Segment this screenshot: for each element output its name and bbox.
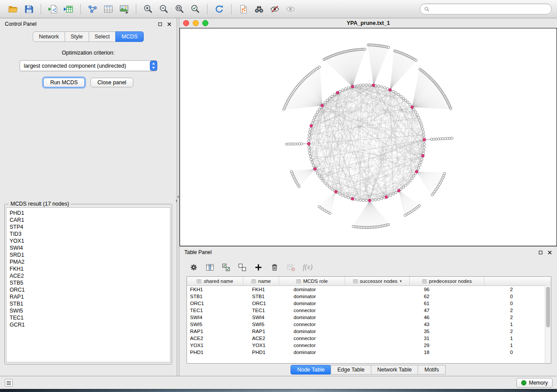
table-cell: 35 xyxy=(362,329,436,334)
panel-splitter[interactable] xyxy=(176,18,180,376)
table-row[interactable]: FKH1FKH1dominator962 xyxy=(187,286,551,293)
zoom-selected-button[interactable] xyxy=(187,2,203,17)
import-network-button[interactable] xyxy=(45,2,61,17)
table-scrollbar[interactable] xyxy=(545,285,551,363)
attribute-icon xyxy=(251,279,256,284)
import-network-icon xyxy=(48,4,58,14)
column-header-label: successor nodes xyxy=(360,279,398,284)
new-table-button[interactable] xyxy=(100,2,116,17)
mcds-result-item[interactable]: SRD1 xyxy=(10,251,167,258)
search-input[interactable] xyxy=(432,6,547,13)
new-network-button[interactable] xyxy=(85,2,100,17)
export-image-button[interactable] xyxy=(116,2,132,17)
network-canvas[interactable] xyxy=(180,28,557,246)
table-tab-motifs[interactable]: Motifs xyxy=(418,365,445,375)
unselect-all-rows-button[interactable] xyxy=(235,261,249,274)
control-panel: Control Panel NetworkStyleSelectMCDS Opt… xyxy=(0,18,176,376)
delete-table-button[interactable] xyxy=(284,261,297,274)
column-header-label: MCDS role xyxy=(303,279,328,284)
network-view-window: YPA_prune.txt_1 xyxy=(180,18,557,246)
task-history-icon[interactable] xyxy=(4,378,13,387)
control-tab-select[interactable]: Select xyxy=(89,31,116,42)
table-tab-edge-table[interactable]: Edge Table xyxy=(331,365,371,375)
mcds-result-item[interactable]: TID3 xyxy=(10,230,167,237)
table-row[interactable]: ACE2ACE2connector311 xyxy=(187,335,551,342)
window-close-button[interactable] xyxy=(183,20,189,26)
column-header-MCDS-role[interactable]: MCDS role xyxy=(279,277,345,285)
control-tab-network[interactable]: Network xyxy=(33,31,65,42)
clone-network-button[interactable] xyxy=(235,2,251,17)
window-zoom-button[interactable] xyxy=(202,20,208,26)
mcds-result-item[interactable]: PHD1 xyxy=(10,210,167,217)
table-row[interactable]: SWI5SWI5connector431 xyxy=(187,321,551,328)
mcds-result-item[interactable]: YOX1 xyxy=(10,237,167,244)
mcds-result-item[interactable]: ORC1 xyxy=(10,286,167,293)
memory-button[interactable]: Memory xyxy=(516,378,553,388)
mcds-result-item[interactable]: ACE2 xyxy=(10,272,167,279)
search-binoculars-button[interactable] xyxy=(251,2,267,17)
table-row[interactable]: SWI4SWI4dominator462 xyxy=(187,314,551,321)
hide-annotations-button[interactable] xyxy=(267,2,283,17)
close-table-panel-icon[interactable] xyxy=(547,250,552,255)
import-table-button[interactable] xyxy=(61,2,76,17)
column-header-shared-name[interactable]: shared name xyxy=(187,277,243,285)
table-row[interactable]: YOX1YOX1connector291 xyxy=(187,342,551,349)
main-toolbar xyxy=(0,0,557,18)
table-row[interactable]: STB1STB1dominator620 xyxy=(187,293,551,300)
float-control-panel-icon[interactable] xyxy=(158,22,163,27)
mcds-result-item[interactable]: FKH1 xyxy=(10,265,167,272)
close-control-panel-icon[interactable] xyxy=(167,22,172,27)
open-folder-button[interactable] xyxy=(5,2,21,17)
table-row[interactable]: ORC1ORC1dominator610 xyxy=(187,300,551,307)
optimization-criterion-label: Optimization criterion: xyxy=(0,50,176,56)
mcds-result-item[interactable]: GCR1 xyxy=(10,321,167,328)
run-mcds-button[interactable]: Run MCDS xyxy=(43,78,85,87)
import-table-icon xyxy=(63,4,74,14)
show-annotations-button[interactable] xyxy=(283,2,298,17)
table-row[interactable]: TEC1TEC1connector472 xyxy=(187,307,551,314)
select-all-rows-icon xyxy=(221,263,231,272)
table-scrollbar-thumb[interactable] xyxy=(546,287,550,327)
refresh-layout-button[interactable] xyxy=(211,2,227,17)
mcds-result-item[interactable]: TEC1 xyxy=(10,314,167,321)
column-settings-gear-button[interactable] xyxy=(187,261,200,274)
control-tab-mcds[interactable]: MCDS xyxy=(115,31,144,42)
select-all-rows-button[interactable] xyxy=(219,261,232,274)
table-tab-network-table[interactable]: Network Table xyxy=(371,365,419,375)
mcds-result-item[interactable]: PMA2 xyxy=(10,258,167,265)
search-box[interactable] xyxy=(420,3,552,14)
control-tab-style[interactable]: Style xyxy=(65,31,89,42)
mcds-result-item[interactable]: RAP1 xyxy=(10,293,167,300)
mcds-result-item[interactable]: STP4 xyxy=(10,224,167,230)
mcds-result-item[interactable]: SWI4 xyxy=(10,244,167,251)
table-tab-node-table[interactable]: Node Table xyxy=(291,365,331,375)
criterion-dropdown[interactable]: largest connected component (undirected) xyxy=(20,60,157,71)
mcds-result-item[interactable]: STB5 xyxy=(10,279,167,286)
save-session-button[interactable] xyxy=(21,2,37,17)
add-row-button[interactable] xyxy=(252,261,265,274)
new-table-icon xyxy=(103,4,114,14)
mcds-result-item[interactable]: STB1 xyxy=(10,300,167,307)
delete-rows-button[interactable] xyxy=(268,261,281,274)
table-cell: RAP1 xyxy=(249,329,291,334)
function-builder-button[interactable]: f(x) xyxy=(303,263,312,271)
right-column: YPA_prune.txt_1 Table Panel f(x) shar xyxy=(180,18,557,376)
column-header-predecessor-nodes[interactable]: predecessor nodes xyxy=(410,277,484,285)
zoom-fit-button[interactable] xyxy=(172,2,187,17)
window-minimize-button[interactable] xyxy=(193,20,199,26)
table-cell: TEC1 xyxy=(249,308,291,313)
column-header-name[interactable]: name xyxy=(243,277,279,285)
zoom-out-button[interactable] xyxy=(156,2,172,17)
table-row[interactable]: RAP1RAP1dominator352 xyxy=(187,328,551,335)
table-panel-tabbar: Node TableEdge TableNetwork TableMotifs xyxy=(180,364,557,376)
show-columns-button[interactable] xyxy=(203,261,216,274)
column-header-successor-nodes[interactable]: successor nodes▾ xyxy=(345,277,410,285)
mcds-result-item[interactable]: CAR1 xyxy=(10,217,167,224)
table-row[interactable]: PHD1PHD1dominator180 xyxy=(187,349,551,356)
table-cell: TEC1 xyxy=(187,308,249,313)
splitter-collapse-handle[interactable] xyxy=(176,196,179,202)
mcds-result-item[interactable]: SWI5 xyxy=(10,307,167,314)
zoom-in-button[interactable] xyxy=(140,2,156,17)
float-table-panel-icon[interactable] xyxy=(538,250,543,255)
close-panel-button[interactable]: Close panel xyxy=(90,78,133,87)
